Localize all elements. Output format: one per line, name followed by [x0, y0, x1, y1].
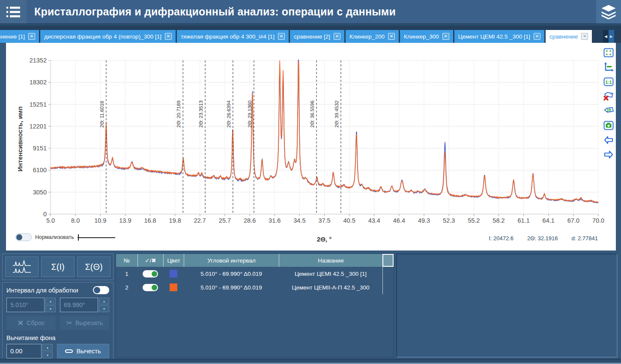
tab-label: сравнение [2] [294, 33, 330, 40]
svg-text:25.7: 25.7 [219, 217, 231, 224]
back-arrow-button[interactable] [603, 135, 614, 146]
sum-theta-button[interactable]: Σ(Θ) [77, 257, 110, 277]
hide-labels-tag-icon [603, 91, 614, 103]
svg-text:55.2: 55.2 [468, 217, 480, 224]
axes-scale-button[interactable] [603, 63, 614, 73]
scissors-icon: ✂ [66, 319, 72, 328]
svg-text:43.4: 43.4 [368, 217, 380, 224]
hide-labels-tag-button[interactable] [603, 92, 614, 102]
sum-intensity-button[interactable]: Σ(I) [41, 257, 75, 277]
peak-marker-label: 2Θ: 20.7189 [176, 101, 181, 128]
series-color-swatch[interactable] [170, 270, 177, 277]
tab-close-icon[interactable]: ✕ [442, 33, 449, 40]
svg-text:22.7: 22.7 [194, 217, 206, 224]
tab-scroll-left-button[interactable]: ◀ [603, 30, 609, 43]
document-tabbar: сравнение [1]✕дисперсная фракция обр 4 (… [0, 25, 621, 43]
table-scrollbar-thumb[interactable] [382, 254, 394, 267]
datasets-table: №✓/✖ЦветУгловой интервалНазвание 15.010°… [116, 254, 394, 358]
peak-marker-label: 2Θ: 26.6394 [226, 100, 231, 128]
svg-text:15251: 15251 [30, 101, 47, 108]
table-scrollbar-track[interactable] [382, 267, 394, 280]
series-color-swatch[interactable] [170, 283, 177, 291]
tab-close-icon[interactable]: ✕ [334, 33, 340, 40]
layers-button[interactable] [596, 0, 621, 24]
table-row[interactable]: 15.010° - 69.990° Δ0.019Цемент ЦЕМI 42.5… [116, 267, 394, 280]
normalize-toggle[interactable] [15, 233, 32, 241]
peak-search-button[interactable] [5, 257, 39, 277]
svg-text:6100: 6100 [33, 167, 47, 173]
svg-text:37.5: 37.5 [318, 217, 330, 224]
svg-text:1:1: 1:1 [605, 79, 612, 84]
interval-to-field[interactable]: 69.990° [60, 298, 98, 312]
tab-label: Цемент ЦЕМI 42.5 _300 [1] [458, 33, 530, 40]
background-up-button[interactable]: ▲ [42, 344, 53, 351]
tab-2[interactable]: дисперсная фракция обр 4 (повтор)_300 [1… [40, 30, 176, 43]
dataset-name: Цемент ЦЕМI 42.5 _300 [1] [279, 271, 382, 277]
peak-marker-label: 2Θ: 11.6018 [99, 101, 104, 128]
visibility-toggle[interactable] [143, 270, 158, 277]
tab-close-icon[interactable]: ✕ [388, 33, 395, 40]
tab-label: тяжелая фракция обр 4 300_i#4 [1] [181, 33, 275, 40]
tab-label: дисперсная фракция обр 4 (повтор)_300 [1… [44, 33, 161, 40]
subtract-pill-icon [65, 349, 73, 353]
fit-view-icon [603, 48, 614, 60]
tab-close-icon[interactable]: ✕ [28, 33, 35, 40]
background-value-field[interactable]: 0.00 [6, 344, 42, 358]
one-to-one-icon: 1:1 [603, 77, 614, 89]
svg-text:5.0: 5.0 [46, 217, 55, 224]
svg-text:49.3: 49.3 [418, 217, 430, 224]
one-to-one-button[interactable]: 1:1 [603, 77, 614, 88]
subtract-button[interactable]: Вычесть [57, 344, 109, 358]
tab-close-icon[interactable]: ✕ [278, 33, 285, 40]
cut-button[interactable]: ✂Вырезать [60, 316, 109, 330]
opacity-slider[interactable] [78, 234, 115, 241]
interval-toggle[interactable] [93, 286, 109, 294]
tab-8[interactable]: сравнение✕ [546, 30, 592, 43]
two-theta-tag-button[interactable]: 2Θ [603, 106, 614, 117]
tab-1[interactable]: сравнение [1]✕ [0, 30, 39, 43]
tab-close-icon[interactable]: ✕ [165, 33, 172, 40]
tab-5[interactable]: Клинкер_200✕ [346, 30, 399, 43]
interval-to-down-button[interactable]: ▼ [99, 305, 109, 312]
table-scrollbar-track[interactable] [382, 280, 394, 294]
tab-6[interactable]: Клинкер_300✕ [400, 30, 453, 43]
tab-close-icon[interactable]: ✕ [581, 33, 588, 40]
normalize-control: Нормализовать [15, 233, 115, 241]
tab-close-icon[interactable]: ✕ [534, 33, 540, 40]
svg-text:40.5: 40.5 [343, 217, 355, 224]
tab-3[interactable]: тяжелая фракция обр 4 300_i#4 [1]✕ [177, 30, 289, 43]
table-body: 15.010° - 69.990° Δ0.019Цемент ЦЕМI 42.5… [116, 267, 394, 294]
app-header: Кристаллография и дифракционный анализ: … [0, 0, 621, 24]
svg-text:28.6: 28.6 [244, 217, 256, 224]
snapshot-camera-button[interactable] [603, 121, 614, 131]
forward-arrow-icon [603, 150, 614, 161]
interval-from-up-button[interactable]: ▲ [45, 298, 56, 304]
interval-from-field[interactable]: 5.010° [6, 298, 45, 312]
forward-arrow-button[interactable] [603, 150, 614, 161]
background-down-button[interactable]: ▼ [42, 352, 53, 358]
main-menu-button[interactable] [0, 0, 27, 24]
readout-two-theta: 2Θ: 32.1916 [527, 235, 558, 242]
reset-button[interactable]: ✕Сброс [6, 316, 56, 330]
xrd-chart[interactable]: 0305061009151122011525118302213525.08.01… [6, 43, 616, 251]
y-axis-title: Интенсивность, имп [16, 101, 24, 178]
table-row[interactable]: 25.010° - 69.990° Δ0.019Цемент ЦЕМII-А-П… [116, 280, 394, 294]
visibility-toggle[interactable] [143, 284, 158, 291]
tab-4[interactable]: сравнение [2]✕ [290, 30, 344, 43]
crystallography-app-window: { "header": { "title": "Кристаллография … [0, 0, 621, 364]
svg-text:18302: 18302 [30, 79, 47, 86]
fit-view-button[interactable] [603, 48, 614, 59]
interval-from-down-button[interactable]: ▼ [45, 305, 56, 312]
interval-from-spinner: 5.010° ▲▼ [6, 298, 56, 312]
column-header: ✓/✖ [137, 254, 163, 267]
column-header: Угловой интервал [184, 254, 279, 267]
readout-intensity: I: 20472.6 [489, 235, 514, 242]
svg-text:31.6: 31.6 [269, 217, 281, 224]
tab-7[interactable]: Цемент ЦЕМI 42.5 _300 [1]✕ [454, 30, 544, 43]
svg-text:34.5: 34.5 [293, 217, 305, 224]
interval-label: Интервал для обработки [6, 287, 78, 294]
interval-to-up-button[interactable]: ▲ [99, 298, 109, 304]
tab-scroll-right-button[interactable]: ▶ [609, 30, 614, 43]
page-title: Кристаллография и дифракционный анализ: … [34, 0, 396, 24]
normalize-label: Нормализовать [35, 234, 74, 240]
